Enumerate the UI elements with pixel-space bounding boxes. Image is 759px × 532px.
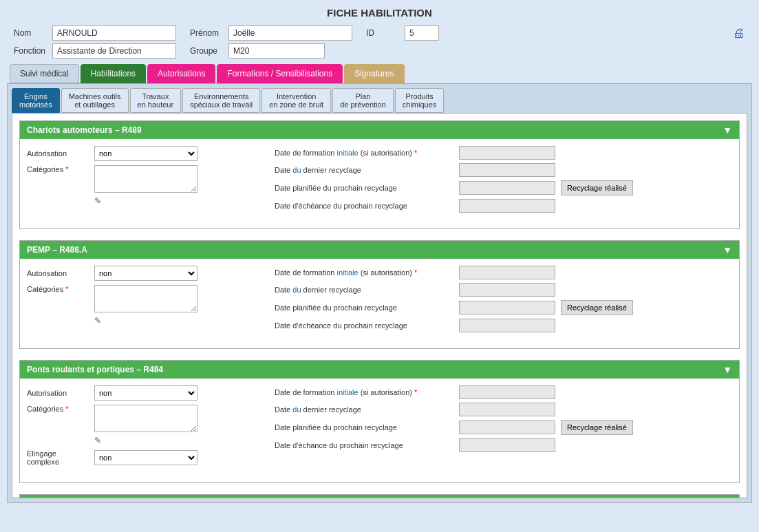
pemp-autorisation-select[interactable]: non oui (94, 266, 197, 281)
section-ponts-body: Autorisation non oui Catégories (20, 379, 739, 482)
chariots-date-planifiee-input[interactable] (459, 181, 555, 195)
chariots-date-echeance-label: Date d'échéance du prochain recyclage (275, 202, 453, 210)
pemp-autorisation-field: Autorisation non oui (27, 266, 261, 281)
ponts-date-recyclage-label: Date du dernier recyclage (275, 405, 453, 414)
edit-icon[interactable]: ✎ (94, 196, 197, 206)
section-pemp-body: Autorisation non oui Catégories (20, 259, 739, 348)
chevron-down-icon-ponts: ▼ (723, 364, 732, 375)
id-input[interactable] (405, 25, 439, 41)
pemp-categories-textarea[interactable] (94, 285, 197, 312)
chariots-date-formation-row: Date de formation initiale (si autorisat… (275, 146, 732, 160)
chariots-categories-textarea[interactable] (94, 165, 197, 193)
fonction-label: Fonction (14, 46, 48, 56)
chariots-date-recyclage-row: Date du dernier recyclage (275, 163, 732, 177)
chariots-left: Autorisation non oui Catégories (27, 146, 261, 210)
section-chariots-body: Autorisation non oui Catégories (20, 139, 739, 228)
tab-suivi-medical[interactable]: Suivi médical (10, 64, 79, 83)
section-pemp-title: PEMP – R486.A (27, 245, 87, 255)
ponts-categories-label: Catégories (27, 405, 89, 413)
subtab-plan[interactable]: Plande prévention (332, 88, 394, 113)
pemp-textarea-wrapper: ✎ (94, 285, 197, 326)
nom-input[interactable] (52, 25, 176, 41)
chariots-textarea-wrapper: ✎ (94, 165, 197, 206)
chariots-date-formation-input[interactable] (459, 146, 555, 160)
ponts-autorisation-label: Autorisation (27, 389, 89, 397)
ponts-elingage-label: Elingagecomplexe (27, 449, 89, 466)
groupe-group: Groupe (190, 43, 325, 58)
pemp-date-recyclage-input[interactable] (459, 283, 555, 297)
sub-tabs: Enginsmotorisés Machines outilset outill… (8, 84, 751, 113)
chariots-recyclage-btn[interactable]: Recyclage réalisé (561, 180, 633, 195)
subtab-engins-motorises[interactable]: Enginsmotorisés (12, 88, 60, 113)
subtab-travaux-hauteur[interactable]: Travauxen hauteur (130, 88, 182, 113)
ponts-date-planifiee-label: Date planifiée du prochain recyclage (275, 423, 453, 432)
section-pemp-header[interactable]: PEMP – R486.A ▼ (20, 241, 739, 259)
chariots-date-recyclage-input[interactable] (459, 163, 555, 177)
pemp-date-echeance-row: Date d'échéance du prochain recyclage (275, 319, 732, 332)
section-engins-chantier-header[interactable]: Engins de chantier – R482 ▼ (20, 495, 739, 498)
pemp-date-planifiee-row: Date planifiée du prochain recyclage Rec… (275, 300, 732, 315)
ponts-autorisation-select[interactable]: non oui (94, 385, 197, 401)
content-area: Enginsmotorisés Machines outilset outill… (7, 83, 752, 503)
ponts-date-formation-input[interactable] (459, 385, 555, 399)
ponts-elingage-field: Elingagecomplexe non oui (27, 449, 261, 466)
ponts-recyclage-btn[interactable]: Recyclage réalisé (561, 420, 633, 435)
tab-habilitations[interactable]: Habilitations (81, 64, 146, 83)
chariots-date-echeance-input[interactable] (459, 199, 555, 213)
fonction-input[interactable] (52, 43, 176, 58)
ponts-categories-field: Catégories ✎ (27, 405, 261, 445)
chariots-right: Date de formation initiale (si autorisat… (275, 146, 732, 216)
subtab-intervention[interactable]: Interventionen zone de bruit (261, 88, 331, 113)
chariots-autorisation-label: Autorisation (27, 149, 89, 158)
ponts-categories-textarea[interactable] (94, 405, 197, 432)
section-ponts-title: Ponts roulants et portiques – R484 (27, 365, 163, 374)
subtab-produits[interactable]: Produitschimiques (395, 88, 445, 113)
chariots-autorisation-select[interactable]: non oui (94, 146, 197, 161)
pemp-left: Autorisation non oui Catégories (27, 266, 261, 330)
groupe-input[interactable] (228, 43, 325, 58)
pemp-date-formation-input[interactable] (459, 266, 555, 279)
main-tabs: Suivi médical Habilitations Autorisation… (7, 64, 752, 83)
pemp-date-formation-row: Date de formation initiale (si autorisat… (275, 266, 732, 279)
tab-autorisations[interactable]: Autorisations (147, 64, 215, 83)
edit-icon-ponts[interactable]: ✎ (94, 436, 197, 445)
chevron-down-icon: ▼ (723, 125, 732, 136)
ponts-date-echeance-input[interactable] (459, 438, 555, 452)
ponts-date-echeance-row: Date d'échance du prochain recyclage (275, 438, 732, 452)
groupe-label: Groupe (190, 46, 224, 56)
tab-signatures[interactable]: Signatures (344, 64, 404, 83)
ponts-date-formation-row: Date de formation initiale (si autorisat… (275, 385, 732, 399)
chariots-date-planifiee-row: Date planifiée du prochain recyclage Rec… (275, 180, 732, 195)
prenom-input[interactable] (228, 25, 352, 41)
subtab-environnements[interactable]: Environnementsspéciaux de travail (182, 88, 260, 113)
section-ponts-header[interactable]: Ponts roulants et portiques – R484 ▼ (20, 361, 739, 379)
ponts-textarea-wrapper: ✎ (94, 405, 197, 445)
chariots-date-echeance-row: Date d'échéance du prochain recyclage (275, 199, 732, 213)
prenom-label: Prénom (190, 28, 224, 38)
fonction-group: Fonction (14, 43, 176, 58)
pemp-date-recyclage-label: Date du dernier recyclage (275, 286, 453, 294)
pemp-date-planifiee-input[interactable] (459, 301, 555, 315)
chevron-down-icon-pemp: ▼ (723, 244, 732, 255)
print-button[interactable]: 🖨 (733, 26, 745, 41)
section-pemp: PEMP – R486.A ▼ Autorisation non oui (19, 240, 740, 349)
tab-formations[interactable]: Formations / Sensibilisations (217, 64, 343, 83)
ponts-date-planifiee-row: Date planifiée du prochain recyclage Rec… (275, 420, 732, 435)
pemp-form-row: Autorisation non oui Catégories (27, 266, 732, 336)
pemp-date-echeance-input[interactable] (459, 319, 555, 332)
ponts-date-recyclage-input[interactable] (459, 403, 555, 416)
chariots-autorisation-field: Autorisation non oui (27, 146, 261, 161)
pemp-autorisation-label: Autorisation (27, 269, 89, 277)
ponts-elingage-select[interactable]: non oui (94, 450, 197, 465)
scrollable-content[interactable]: Chariots automoteurs – R489 ▼ Autorisati… (12, 113, 747, 498)
section-chariots-header[interactable]: Chariots automoteurs – R489 ▼ (20, 121, 739, 139)
pemp-recyclage-btn[interactable]: Recyclage réalisé (561, 300, 633, 315)
id-label: ID (366, 28, 400, 38)
pemp-categories-label: Catégories (27, 285, 89, 293)
edit-icon-pemp[interactable]: ✎ (94, 316, 197, 326)
nom-group: Nom (14, 25, 176, 41)
section-chariots-title: Chariots automoteurs – R489 (27, 125, 142, 135)
ponts-date-planifiee-input[interactable] (459, 421, 555, 434)
nom-label: Nom (14, 28, 48, 38)
subtab-machines-outils[interactable]: Machines outilset outillages (61, 88, 129, 113)
